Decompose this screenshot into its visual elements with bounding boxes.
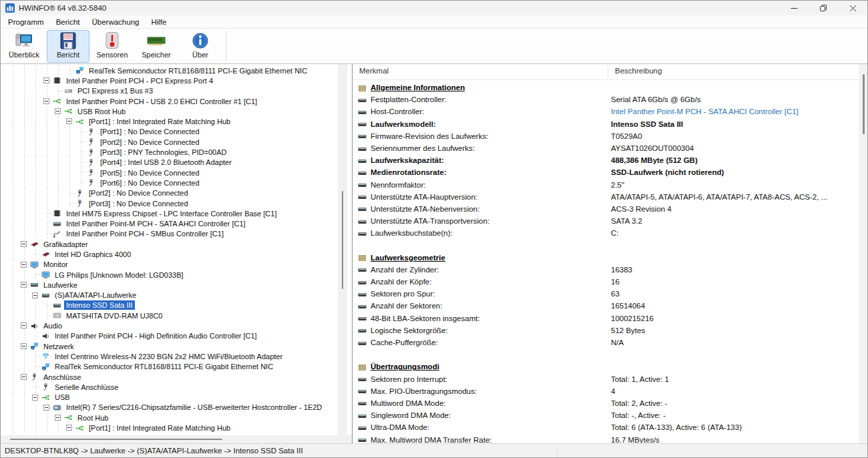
tree-item-label[interactable]: Laufwerke (41, 280, 79, 290)
collapse-icon[interactable] (43, 98, 49, 104)
collapse-icon[interactable] (21, 262, 27, 268)
tree-item-label[interactable]: RealTek Semiconductor RTL8168/8111 PCI-E… (87, 66, 309, 75)
tree-item[interactable]: USB (1, 393, 338, 403)
tree-item-label[interactable]: Intel Panther Point PCH - SMBus Controll… (64, 229, 226, 238)
tree-item[interactable]: RealTek Semiconductor RTL8168/8111 PCI-E… (1, 65, 338, 75)
tree-item[interactable]: [Port3] : PNY Technologies, PID=00AD (1, 147, 338, 157)
tree-item-label[interactable]: [Port6] : No Device Connected (98, 178, 202, 188)
tree-item[interactable]: [Port1] : Intel Integrated Rate Matching… (1, 423, 338, 433)
tree-item-label[interactable]: Intel(R) 7 Series/C216-Chipsatzfamilie -… (64, 403, 324, 412)
toolbar-button-overview[interactable]: Überblick (3, 30, 45, 63)
column-header-separator[interactable] (608, 65, 608, 78)
tree-item[interactable]: Intel HD Graphics 4000 (1, 249, 338, 259)
tree-item-label[interactable]: RealTek Semiconductor RTL8168/8111 PCI-E… (53, 362, 275, 371)
tree-item-label[interactable]: USB Root Hub (75, 107, 128, 116)
tree-item[interactable]: Intel HM75 Express Chipset - LPC Interfa… (1, 208, 338, 218)
tree-item[interactable]: USB Root Hub (1, 106, 338, 116)
menu-item-programm[interactable]: Programm (2, 17, 50, 27)
tree-item[interactable]: [Port5] : No Device Connected (1, 168, 338, 178)
collapse-icon[interactable] (21, 343, 27, 349)
tree-item[interactable]: Netzwerk (1, 341, 338, 351)
tree-item-label[interactable]: [Port3] : PNY Technologies, PID=00AD (98, 148, 228, 157)
toolbar-button-report[interactable]: Bericht (47, 30, 89, 63)
tree-item-label[interactable]: Intel Centrino Wireless-N 2230 BGN 2x2 H… (53, 352, 284, 361)
column-header-description[interactable]: Beschreibung (615, 67, 662, 75)
tree-item[interactable]: [Port1] : No Device Connected (1, 127, 338, 137)
tree-item-label[interactable]: [Port1] : Intel Integrated Rate Matching… (87, 117, 232, 126)
description-value-link[interactable]: Intel Panther Point-M PCH - SATA AHCI Co… (611, 107, 799, 116)
tree-item[interactable]: Serielle Anschlüsse (1, 382, 338, 392)
collapse-icon[interactable] (55, 108, 61, 114)
tree-item[interactable]: [Port6] : No Device Connected (1, 178, 338, 188)
collapse-icon[interactable] (32, 292, 38, 298)
tree-item[interactable]: [Port4] : Intel USB 2.0 Bluetooth Adapte… (1, 158, 338, 168)
tree-horizontal-scrollbar-thumb[interactable] (10, 439, 222, 440)
tree-item-label[interactable]: LG Philips [Unknown Model: LGD033B] (53, 270, 186, 280)
tree-item-label[interactable]: [Port2] : No Device Connected (87, 188, 190, 198)
menu-item-berwachung[interactable]: Überwachung (85, 17, 145, 27)
tree-item[interactable]: [Port1] : Intel Integrated Rate Matching… (1, 116, 338, 126)
tree-item-label[interactable]: Audio (41, 321, 64, 330)
tree-item-label[interactable]: USB (53, 393, 72, 402)
tree-item-label[interactable]: Intenso SSD Sata III (64, 300, 135, 310)
tree-item-label[interactable]: [Port3] : No Device Connected (87, 199, 190, 208)
tree-item[interactable]: [Port2] : No Device Connected (1, 188, 338, 198)
tree-item-label[interactable]: Monitor (41, 260, 70, 269)
tree-item[interactable]: Grafikadapter (1, 239, 338, 249)
tree-item-label[interactable]: Intel Panther Point PCH - PCI Express Po… (64, 76, 215, 85)
tree-item-label[interactable]: PCI Express x1 Bus #3 (75, 86, 155, 95)
tree-item[interactable]: RealTek Semiconductor RTL8168/8111 PCI-E… (1, 362, 338, 372)
tree-item-label[interactable]: Intel HM75 Express Chipset - LPC Interfa… (64, 209, 278, 218)
collapse-icon[interactable] (66, 118, 72, 124)
tree-item-label[interactable]: Grafikadapter (41, 240, 90, 249)
tree-item-label[interactable]: Serielle Anschlüsse (53, 383, 120, 392)
tree-item[interactable]: Intel Panther Point PCH - SMBus Controll… (1, 229, 338, 239)
tree-item-label[interactable]: (S)ATA/ATAPI-Laufwerke (53, 290, 138, 300)
tree-item[interactable]: Laufwerke (1, 280, 338, 290)
tree-item-label[interactable]: [Port1] : Intel Integrated Rate Matching… (87, 423, 232, 433)
minimize-button[interactable] (779, 1, 809, 15)
collapse-icon[interactable] (21, 322, 27, 328)
tree-item-label[interactable]: Root Hub (75, 413, 110, 423)
tree-item[interactable]: (S)ATA/ATAPI-Laufwerke (1, 290, 338, 300)
tree-item-label[interactable]: Intel Panther Point PCH - High Definitio… (53, 331, 259, 340)
menu-item-bericht[interactable]: Bericht (50, 17, 86, 27)
tree-item[interactable]: Intenso SSD Sata III (1, 300, 338, 310)
tree-item-label[interactable]: Intel Panther Point PCH - USB 2.0 EHCI C… (64, 97, 259, 106)
tree-item-label[interactable]: Intel HD Graphics 4000 (53, 250, 133, 259)
tree-item-label[interactable]: Netzwerk (41, 342, 76, 351)
collapse-icon[interactable] (43, 405, 49, 411)
tree-vertical-scrollbar[interactable] (338, 64, 347, 435)
tree-item[interactable]: Intel Panther Point PCH - USB 2.0 EHCI C… (1, 96, 338, 106)
tree-item[interactable]: Audio (1, 320, 338, 330)
tree-item[interactable]: [Port3] : No Device Connected (1, 198, 338, 208)
tree-item-label[interactable]: [Port5] : No Device Connected (98, 168, 202, 178)
tree-item-label[interactable]: Anschlüsse (41, 373, 83, 382)
tree-item[interactable]: Intel Panther Point PCH - High Definitio… (1, 331, 338, 341)
tree-item[interactable]: Intel Panther Point-M PCH - SATA AHCI Co… (1, 218, 338, 228)
tree-item[interactable]: Anschlüsse (1, 372, 338, 382)
restore-button[interactable] (809, 1, 838, 15)
tree-item[interactable]: Intel Centrino Wireless-N 2230 BGN 2x2 H… (1, 351, 338, 361)
collapse-icon[interactable] (55, 415, 61, 421)
tree-item[interactable]: MATSHITA DVD-RAM UJ8C0 (1, 310, 338, 320)
tree-item[interactable]: [Port2] : No Device Connected (1, 137, 338, 147)
column-header-feature[interactable]: Merkmal (359, 67, 389, 75)
collapse-icon[interactable] (43, 77, 49, 83)
tree-item[interactable]: Monitor (1, 260, 338, 270)
tree-item[interactable]: PCI Express x1 Bus #3 (1, 86, 338, 96)
collapse-icon[interactable] (21, 374, 27, 380)
menu-item-hilfe[interactable]: Hilfe (145, 17, 172, 27)
tree-item[interactable]: Root Hub (1, 413, 338, 423)
details-vertical-scrollbar[interactable] (859, 64, 868, 443)
details-vertical-scrollbar-thumb[interactable] (863, 74, 865, 134)
collapse-icon[interactable] (21, 282, 27, 288)
tree-item-label[interactable]: Intel Panther Point-M PCH - SATA AHCI Co… (64, 219, 248, 228)
collapse-icon[interactable] (66, 425, 72, 431)
tree-vertical-scrollbar-thumb[interactable] (342, 191, 343, 289)
tree-item[interactable]: LG Philips [Unknown Model: LGD033B] (1, 270, 338, 280)
tree-item[interactable]: Intel Panther Point PCH - PCI Express Po… (1, 75, 338, 85)
toolbar-button-about[interactable]: Über (179, 30, 222, 63)
toolbar-button-sensors[interactable]: Sensoren (91, 30, 134, 63)
tree-item-label[interactable]: MATSHITA DVD-RAM UJ8C0 (64, 311, 164, 320)
